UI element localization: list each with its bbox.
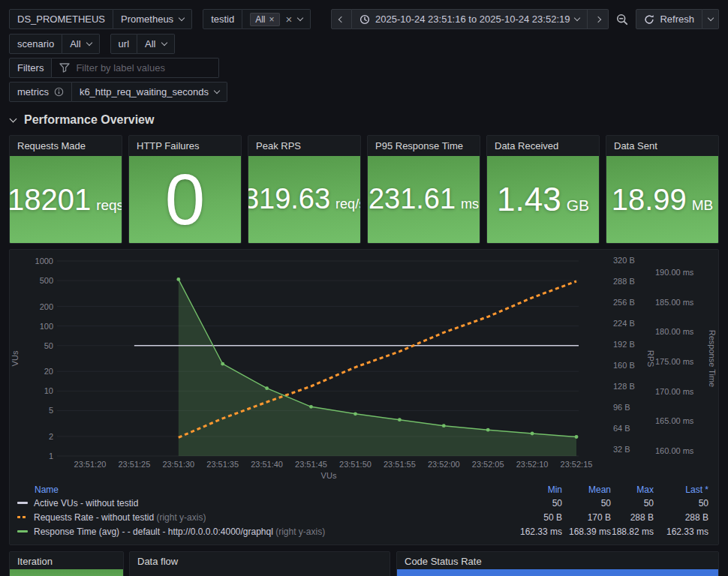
clear-all-icon[interactable]: × xyxy=(286,14,293,25)
var-url-label: url xyxy=(110,34,137,54)
legend-value: 188.82 ms xyxy=(611,526,654,537)
chevron-down-icon xyxy=(161,40,167,46)
stat-value-area: 18201reqs xyxy=(10,156,122,243)
svg-text:RPS: RPS xyxy=(646,350,655,368)
legend-series-name[interactable]: Requests Rate - without testid (right y-… xyxy=(17,512,513,523)
filter-funnel-icon xyxy=(59,63,70,73)
time-picker-group: 2025-10-24 23:51:16 to 2025-10-24 23:52:… xyxy=(331,9,609,29)
var-testid-select[interactable]: All × × xyxy=(242,9,311,29)
panel-title[interactable]: Data Sent xyxy=(606,136,718,156)
legend-col-min[interactable]: Min xyxy=(513,484,562,495)
remove-tag-icon[interactable]: × xyxy=(269,15,275,24)
panel-title[interactable]: P95 Response Time xyxy=(368,136,480,156)
var-scenario-select[interactable]: All xyxy=(62,34,99,54)
legend-col-max[interactable]: Max xyxy=(611,484,654,495)
legend-col-last[interactable]: Last * xyxy=(654,484,708,495)
svg-text:1: 1 xyxy=(49,452,53,460)
legend-value: 50 xyxy=(513,498,562,508)
legend-value: 50 xyxy=(562,498,611,508)
var-testid-label: testid xyxy=(203,9,242,29)
panel-title[interactable]: Iteration xyxy=(10,552,123,571)
svg-text:185.00 ms: 185.00 ms xyxy=(655,298,694,307)
info-icon[interactable] xyxy=(54,87,64,97)
bottom-panels-row: IterationData flowCode Status Rate xyxy=(9,551,719,576)
svg-text:23:52:15: 23:52:15 xyxy=(561,460,593,469)
stat-value-area: 0 xyxy=(129,156,241,243)
stat-panel-p95-response-time: P95 Response Time231.61ms xyxy=(367,135,480,244)
time-shift-forward-button[interactable] xyxy=(588,9,609,29)
clock-icon xyxy=(359,14,370,25)
toolbar-row-3: Filters xyxy=(9,58,719,78)
chevron-down-icon xyxy=(707,15,713,21)
stat-fill xyxy=(10,569,123,576)
testid-tag-label: All xyxy=(255,14,265,25)
refresh-label: Refresh xyxy=(660,14,694,25)
stat-value: 0 xyxy=(165,162,205,238)
legend-col-mean[interactable]: Mean xyxy=(562,484,611,495)
section-performance-overview[interactable]: Performance Overview xyxy=(11,113,154,127)
panel-title[interactable]: Requests Made xyxy=(10,136,122,156)
refresh-interval-button[interactable] xyxy=(702,9,719,29)
var-scenario-label: scenario xyxy=(9,34,62,54)
section-title: Performance Overview xyxy=(24,113,154,127)
var-scenario-value: All xyxy=(70,38,80,50)
svg-text:23:52:05: 23:52:05 xyxy=(472,460,504,469)
svg-text:2: 2 xyxy=(49,432,53,441)
svg-text:64 B: 64 B xyxy=(613,424,630,433)
legend-col-name[interactable]: Name xyxy=(17,484,513,495)
svg-text:96 B: 96 B xyxy=(613,403,630,412)
legend-value: 50 B xyxy=(513,512,562,523)
stat-panel-http-failures: HTTP Failures0 xyxy=(128,135,242,244)
metrics-select[interactable]: k6_http_req_waiting_seconds xyxy=(72,82,227,102)
svg-text:5: 5 xyxy=(49,406,53,415)
stat-unit: GB xyxy=(567,196,589,214)
time-controls: 2025-10-24 23:51:16 to 2025-10-24 23:52:… xyxy=(331,9,719,29)
var-datasource-select[interactable]: Prometheus xyxy=(113,9,192,29)
panel-title[interactable]: Data Received xyxy=(487,136,599,156)
svg-text:23:51:25: 23:51:25 xyxy=(118,460,150,469)
var-datasource: DS_PROMETHEUS Prometheus xyxy=(9,9,192,29)
stat-panel-peak-rps: Peak RPS319.63req/s xyxy=(248,135,361,244)
svg-text:160.00 ms: 160.00 ms xyxy=(655,446,694,455)
time-series-chart[interactable]: 1000500200100502010521320 B288 B256 B224… xyxy=(10,250,720,482)
panel-title[interactable]: HTTP Failures xyxy=(129,136,241,156)
testid-tag[interactable]: All × xyxy=(250,13,279,26)
legend-series-name[interactable]: Active VUs - without testid xyxy=(17,498,513,508)
filter-input-wrap xyxy=(52,58,219,78)
var-testid: testid All × × xyxy=(203,9,311,29)
refresh-icon xyxy=(644,14,654,25)
svg-text:500: 500 xyxy=(40,276,53,285)
zoom-out-button[interactable] xyxy=(615,14,630,26)
time-shift-back-button[interactable] xyxy=(331,9,352,29)
var-url-select[interactable]: All xyxy=(137,34,174,54)
toolbar-row-1: DS_PROMETHEUS Prometheus testid All × × xyxy=(9,9,719,29)
chevron-down-icon xyxy=(179,15,185,21)
series-color-swatch xyxy=(17,502,28,504)
legend-series-name[interactable]: Response Time (avg) - - default - http:/… xyxy=(17,526,513,537)
series-color-swatch xyxy=(17,530,28,532)
panel-title[interactable]: Data flow xyxy=(130,552,390,571)
svg-text:224 B: 224 B xyxy=(613,319,635,328)
panel-iteration: Iteration xyxy=(9,551,124,576)
grafana-dashboard: DS_PROMETHEUS Prometheus testid All × × xyxy=(0,0,728,576)
svg-text:200: 200 xyxy=(40,302,53,311)
chevron-down-icon xyxy=(86,40,92,46)
svg-text:23:51:20: 23:51:20 xyxy=(74,460,107,469)
legend-row: Active VUs - without testid50505050 xyxy=(17,496,708,510)
legend-table: Name Min Mean Max Last * Active VUs - wi… xyxy=(17,483,708,538)
refresh-button[interactable]: Refresh xyxy=(636,9,702,29)
panel-data-flow: Data flow xyxy=(129,551,390,576)
filter-input[interactable] xyxy=(76,62,211,74)
time-range-picker[interactable]: 2025-10-24 23:51:16 to 2025-10-24 23:52:… xyxy=(352,9,588,29)
legend-row: Response Time (avg) - - default - http:/… xyxy=(17,524,708,538)
stat-panel-data-received: Data Received1.43GB xyxy=(486,135,600,244)
bar-gauge xyxy=(397,569,718,576)
svg-text:128 B: 128 B xyxy=(613,382,635,391)
panel-code-status-rate: Code Status Rate xyxy=(396,551,719,576)
chevron-down-icon xyxy=(574,15,580,21)
svg-text:23:51:45: 23:51:45 xyxy=(295,460,327,469)
svg-text:256 B: 256 B xyxy=(613,298,635,307)
stat-value: 231.61 xyxy=(369,184,456,214)
panel-title[interactable]: Code Status Rate xyxy=(397,552,718,571)
panel-title[interactable]: Peak RPS xyxy=(248,136,360,156)
